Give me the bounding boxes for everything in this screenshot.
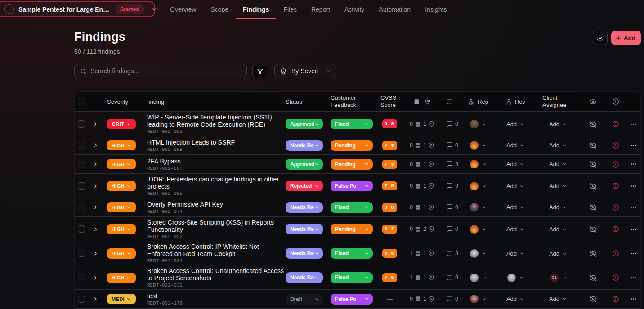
comments-button[interactable]: 3: [446, 161, 458, 168]
column-header-status[interactable]: Status: [282, 98, 327, 105]
client-add-dropdown[interactable]: Add: [549, 204, 567, 211]
chevron-right-icon[interactable]: [93, 121, 98, 127]
severity-badge[interactable]: HIGH: [107, 273, 136, 283]
row-menu-button[interactable]: [630, 250, 637, 257]
status-dropdown[interactable]: Needs Re: [286, 202, 323, 213]
customer-feedback-dropdown[interactable]: Fixed: [331, 202, 373, 213]
row-menu-button[interactable]: [630, 296, 637, 302]
row-checkbox[interactable]: [78, 120, 85, 128]
client-add-dropdown[interactable]: Add: [549, 121, 567, 128]
rev-add-dropdown[interactable]: Add: [506, 250, 524, 257]
severity-badge[interactable]: HIGH: [107, 224, 136, 234]
client-add-dropdown[interactable]: Add: [549, 250, 567, 257]
filter-button[interactable]: [252, 64, 268, 78]
customer-feedback-dropdown[interactable]: False Po: [331, 181, 373, 191]
chevron-right-icon[interactable]: [93, 142, 98, 148]
comments-button[interactable]: 9: [446, 183, 458, 190]
rep-assignee-dropdown[interactable]: [470, 120, 487, 128]
finding-title[interactable]: HTML Injection Leads to SSRF: [147, 139, 285, 146]
status-dropdown[interactable]: Rejected: [286, 181, 323, 191]
finding-title[interactable]: Overly Permissive API Key: [147, 201, 285, 208]
rep-assignee-dropdown[interactable]: [470, 160, 487, 168]
comments-button[interactable]: 0: [446, 142, 458, 149]
chevron-right-icon[interactable]: [93, 183, 98, 189]
finding-title[interactable]: Broken Access Control: Unauthenticated A…: [147, 267, 285, 282]
client-add-dropdown[interactable]: Add: [549, 142, 567, 149]
rep-assignee-dropdown[interactable]: [470, 295, 487, 303]
tab-activity[interactable]: Activity: [337, 0, 371, 19]
alert-circle-icon[interactable]: [612, 204, 619, 211]
row-checkbox[interactable]: [78, 204, 85, 211]
row-menu-button[interactable]: [630, 161, 637, 168]
add-finding-button[interactable]: Add: [611, 31, 641, 45]
customer-feedback-dropdown[interactable]: Fixed: [331, 272, 373, 283]
alert-circle-icon[interactable]: [612, 274, 619, 281]
alert-circle-icon[interactable]: [612, 225, 619, 233]
severity-badge[interactable]: HIGH: [107, 159, 136, 169]
rep-assignee-dropdown[interactable]: [470, 203, 487, 212]
assets-counts[interactable]: 11: [410, 274, 434, 281]
customer-feedback-dropdown[interactable]: False Po: [331, 294, 373, 305]
rev-add-dropdown[interactable]: Add: [506, 226, 524, 233]
comments-button[interactable]: 0: [446, 121, 458, 128]
status-dropdown[interactable]: Approved: [286, 159, 323, 170]
sort-dropdown[interactable]: By Severi: [274, 64, 336, 78]
finding-title[interactable]: Broken Access Control: IP Whitelist Not …: [147, 243, 285, 257]
comments-button[interactable]: 0: [446, 296, 458, 302]
client-add-dropdown[interactable]: Add: [549, 161, 567, 168]
column-header-client-assignee[interactable]: Client Assignee: [536, 94, 581, 109]
row-menu-button[interactable]: [630, 183, 637, 190]
eye-off-icon[interactable]: [589, 295, 597, 303]
client-add-dropdown[interactable]: Add: [549, 296, 567, 302]
customer-feedback-dropdown[interactable]: Pending: [331, 140, 373, 151]
assets-counts[interactable]: 11: [410, 250, 434, 257]
customer-feedback-dropdown[interactable]: Fixed: [331, 119, 373, 129]
finding-title[interactable]: 2FA Bypass: [147, 158, 285, 165]
assets-counts[interactable]: 01: [410, 204, 434, 211]
rev-add-dropdown[interactable]: Add: [506, 142, 524, 149]
rev-add-dropdown[interactable]: Add: [506, 183, 524, 190]
eye-off-icon[interactable]: [589, 160, 597, 168]
status-dropdown[interactable]: Approved: [286, 119, 323, 129]
customer-feedback-dropdown[interactable]: Pending: [331, 159, 373, 170]
chevron-right-icon[interactable]: [93, 275, 98, 281]
rev-add-dropdown[interactable]: Add: [506, 204, 524, 211]
tab-scope[interactable]: Scope: [203, 0, 236, 19]
rep-assignee-dropdown[interactable]: [470, 141, 487, 150]
alert-circle-icon[interactable]: [612, 296, 619, 303]
row-menu-button[interactable]: [630, 226, 637, 233]
chevron-right-icon[interactable]: [93, 161, 98, 167]
client-add-dropdown[interactable]: Add: [549, 183, 567, 190]
export-button[interactable]: [593, 31, 608, 45]
column-header-finding[interactable]: finding: [143, 97, 282, 107]
alert-circle-icon[interactable]: [612, 142, 619, 149]
severity-badge[interactable]: HIGH: [107, 202, 136, 212]
row-menu-button[interactable]: [630, 204, 637, 211]
column-header-visibility[interactable]: [581, 98, 605, 106]
rep-assignee-dropdown[interactable]: [470, 225, 487, 234]
client-add-dropdown[interactable]: Add: [549, 226, 567, 233]
rev-add-dropdown[interactable]: Add: [506, 121, 524, 128]
chevron-right-icon[interactable]: [93, 251, 98, 256]
rep-assignee-dropdown[interactable]: [470, 249, 487, 258]
assets-counts[interactable]: 01: [410, 183, 434, 190]
tab-files[interactable]: Files: [276, 0, 304, 19]
column-header-severity[interactable]: Severity: [103, 98, 143, 105]
row-checkbox[interactable]: [78, 225, 85, 233]
row-checkbox[interactable]: [78, 274, 85, 281]
client-assignee-dropdown[interactable]: C1: [550, 274, 567, 282]
comments-button[interactable]: 9: [446, 274, 458, 281]
alert-circle-icon[interactable]: [612, 182, 619, 190]
eye-off-icon[interactable]: [589, 274, 597, 282]
eye-off-icon[interactable]: [589, 182, 597, 190]
column-header-alert[interactable]: [605, 98, 626, 105]
tab-findings[interactable]: Findings: [236, 0, 276, 19]
eye-off-icon[interactable]: [589, 203, 597, 211]
column-header-rev[interactable]: Rev: [495, 98, 536, 105]
tab-automation[interactable]: Automation: [371, 0, 418, 19]
rep-assignee-dropdown[interactable]: [470, 182, 487, 190]
eye-off-icon[interactable]: [589, 141, 597, 149]
severity-badge[interactable]: HIGH: [107, 181, 136, 191]
select-all-checkbox[interactable]: [78, 98, 85, 105]
assets-counts[interactable]: 01: [410, 296, 434, 302]
